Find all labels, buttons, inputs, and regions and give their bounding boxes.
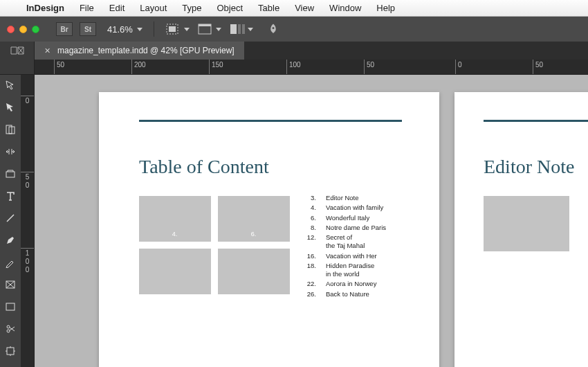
direct-selection-tool-icon[interactable] xyxy=(3,100,18,115)
menubar-item-table[interactable]: Table xyxy=(258,3,279,13)
toc-entry-subtitle: the Taj Mahal xyxy=(304,241,386,251)
free-transform-tool-icon[interactable] xyxy=(3,343,18,359)
toc-entry-title: Back to Nature xyxy=(326,289,369,299)
svg-rect-1 xyxy=(169,26,176,32)
thumb-number: 4. xyxy=(172,231,178,238)
image-placeholder[interactable] xyxy=(218,249,290,294)
ruler-label: 50 xyxy=(57,61,64,69)
toc-row: 26.Back to Nature xyxy=(304,289,386,299)
separator xyxy=(154,21,154,37)
bridge-button[interactable]: Br xyxy=(56,22,73,36)
page-title: Editor Note xyxy=(484,156,574,178)
menubar-item-type[interactable]: Type xyxy=(182,3,201,13)
chevron-down-icon xyxy=(184,28,190,31)
svg-rect-4 xyxy=(230,24,237,34)
line-tool-icon[interactable] xyxy=(3,211,18,226)
toc-row: 6.Wonderful Italy xyxy=(304,213,386,223)
toc-row: 8.Notre dame de Paris xyxy=(304,223,386,233)
pen-tool-icon[interactable] xyxy=(3,233,18,248)
tools-panel xyxy=(0,75,21,367)
ruler-label: 200 xyxy=(134,61,146,69)
page-title: Table of Content xyxy=(139,156,269,178)
page-tool-icon[interactable] xyxy=(3,122,18,137)
gap-tool-icon[interactable] xyxy=(3,144,18,159)
toc-page-number: 3. xyxy=(304,193,316,203)
toc-entry-title: Vacation with family xyxy=(326,203,383,213)
menubar-app-name[interactable]: InDesign xyxy=(26,3,64,13)
menubar-item-help[interactable]: Help xyxy=(376,3,395,13)
menubar-item-edit[interactable]: Edit xyxy=(109,3,125,13)
document-canvas[interactable]: Table of Content 4. 6. 3.Editor Note4.Va… xyxy=(35,75,588,367)
toc-page-number: 8. xyxy=(304,223,316,233)
close-button[interactable] xyxy=(7,26,15,33)
svg-line-10 xyxy=(7,215,14,222)
type-tool-icon[interactable] xyxy=(3,188,18,204)
toc-row: 3.Editor Note xyxy=(304,193,386,203)
panel-toggle-button[interactable] xyxy=(0,42,35,60)
columns-icon[interactable] xyxy=(229,22,254,36)
ruler-label: 50 xyxy=(367,61,374,69)
toc-page-number: 4. xyxy=(304,203,316,213)
image-placeholder[interactable] xyxy=(139,249,211,294)
maximize-button[interactable] xyxy=(32,26,39,33)
mac-menubar: InDesign File Edit Layout Type Object Ta… xyxy=(0,0,588,17)
thumb-number: 6. xyxy=(251,231,257,238)
close-tab-icon[interactable]: ✕ xyxy=(44,46,50,55)
pencil-tool-icon[interactable] xyxy=(3,255,18,270)
app-toolbar: Br St 41.6% xyxy=(0,17,588,42)
rectangle-frame-tool-icon[interactable] xyxy=(3,277,18,292)
toc-entry-title: Notre dame de Paris xyxy=(326,223,386,233)
document-tab[interactable]: ✕ magazine_template.indd @ 42% [GPU Prev… xyxy=(35,42,244,60)
frame-fitting-icon[interactable] xyxy=(165,22,190,36)
document-tab-title: magazine_template.indd @ 42% [GPU Previe… xyxy=(57,46,235,55)
svg-rect-6 xyxy=(242,24,245,34)
toc-row: 16.Vacation with Her xyxy=(304,251,386,261)
toc-entry-title: Aorora in Norwey xyxy=(326,279,376,289)
toc-entry-subtitle: in the world xyxy=(304,269,386,279)
image-placeholder[interactable]: 6. xyxy=(218,196,290,242)
toc-row: 22.Aorora in Norwey xyxy=(304,279,386,289)
document-tab-row: ✕ magazine_template.indd @ 42% [GPU Prev… xyxy=(0,42,588,60)
toc-page-number: 18. xyxy=(304,261,316,271)
publish-icon[interactable] xyxy=(261,22,286,36)
menubar-item-object[interactable]: Object xyxy=(217,3,244,13)
minimize-button[interactable] xyxy=(19,26,27,33)
rectangle-tool-icon[interactable] xyxy=(3,299,18,314)
svg-rect-17 xyxy=(7,348,14,355)
stock-button[interactable]: St xyxy=(80,22,96,36)
menubar-item-file[interactable]: File xyxy=(80,3,94,13)
page-left[interactable]: Table of Content 4. 6. 3.Editor Note4.Va… xyxy=(99,92,439,367)
toc-page-number: 22. xyxy=(304,279,316,289)
content-collector-tool-icon[interactable] xyxy=(3,166,18,181)
horizontal-ruler[interactable]: 50 200 150 100 50 0 50 xyxy=(35,60,588,75)
svg-point-16 xyxy=(7,330,10,332)
ruler-label: 0 xyxy=(458,61,462,69)
page-right[interactable]: Editor Note xyxy=(454,92,588,367)
image-placeholder[interactable] xyxy=(484,196,569,251)
text-frame-icon[interactable] xyxy=(197,22,222,36)
heading-rule xyxy=(484,120,588,122)
toc-entry-title: Editor Note xyxy=(326,193,359,203)
selection-tool-icon[interactable] xyxy=(3,78,18,93)
menubar-item-view[interactable]: View xyxy=(295,3,314,13)
toc-page-number: 26. xyxy=(304,289,316,299)
menubar-item-window[interactable]: Window xyxy=(329,3,361,13)
chevron-down-icon xyxy=(248,28,253,31)
window-controls xyxy=(7,26,39,33)
svg-rect-9 xyxy=(6,172,15,177)
zoom-level[interactable]: 41.6% xyxy=(107,24,143,35)
image-placeholder[interactable]: 4. xyxy=(139,196,211,242)
vertical-ruler[interactable]: 0 50 100 xyxy=(21,75,35,367)
ruler-origin[interactable] xyxy=(0,60,35,75)
toc-page-number: 16. xyxy=(304,251,316,261)
scissors-tool-icon[interactable] xyxy=(3,321,18,337)
chevron-down-icon xyxy=(137,28,143,31)
ruler-label: 0 xyxy=(21,98,34,105)
toc-list: 3.Editor Note4.Vacation with family6.Won… xyxy=(304,193,386,299)
ruler-label: 50 xyxy=(535,61,543,69)
ruler-label: 150 xyxy=(212,61,223,69)
menubar-item-layout[interactable]: Layout xyxy=(140,3,167,13)
toc-entry-title: Vacation with Her xyxy=(326,251,377,261)
toc-entry-title: Wonderful Italy xyxy=(326,213,369,223)
svg-rect-3 xyxy=(199,24,211,26)
